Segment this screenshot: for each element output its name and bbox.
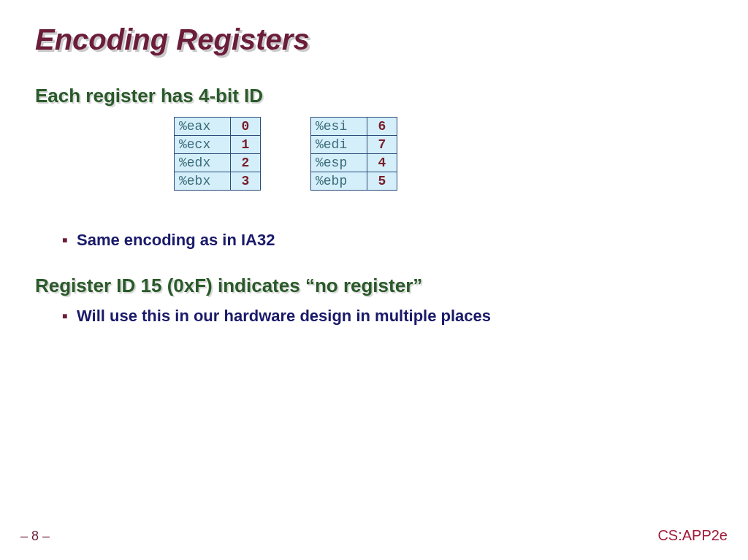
- slide-title: Encoding Registers: [35, 23, 310, 56]
- reg-id: 6: [367, 118, 397, 136]
- table-row: %ebx3: [175, 172, 261, 191]
- table-row: %ecx1: [175, 136, 261, 154]
- reg-id: 1: [231, 136, 261, 154]
- reg-name: %edi: [311, 136, 367, 154]
- register-tables: %eax0 %ecx1 %edx2 %ebx3 %esi6 %edi7 %esp…: [174, 117, 397, 191]
- reg-id: 7: [367, 136, 397, 154]
- reg-name: %eax: [175, 118, 231, 136]
- reg-name: %edx: [175, 154, 231, 172]
- reg-id: 0: [231, 118, 261, 136]
- table-row: %ebp5: [311, 172, 397, 191]
- table-row: %eax0: [175, 118, 261, 136]
- table-row: %edi7: [311, 136, 397, 154]
- bullet-1: Same encoding as in IA32: [77, 231, 275, 250]
- subheading-2: Register ID 15 (0xF) indicates “no regis…: [35, 275, 422, 297]
- bullet-2: Will use this in our hardware design in …: [77, 307, 491, 326]
- reg-id: 5: [367, 172, 397, 191]
- table-row: %esp4: [311, 154, 397, 172]
- reg-id: 4: [367, 154, 397, 172]
- reg-name: %esp: [311, 154, 367, 172]
- footer-label: CS:APP2e: [657, 527, 728, 544]
- register-table-right: %esi6 %edi7 %esp4 %ebp5: [310, 117, 397, 191]
- reg-name: %ecx: [175, 136, 231, 154]
- table-row: %edx2: [175, 154, 261, 172]
- reg-name: %esi: [311, 118, 367, 136]
- table-row: %esi6: [311, 118, 397, 136]
- reg-name: %ebp: [311, 172, 367, 191]
- register-table-left: %eax0 %ecx1 %edx2 %ebx3: [174, 117, 261, 191]
- page-number: – 8 –: [20, 529, 50, 544]
- reg-name: %ebx: [175, 172, 231, 191]
- reg-id: 3: [231, 172, 261, 191]
- subheading-1: Each register has 4-bit ID: [35, 85, 263, 107]
- reg-id: 2: [231, 154, 261, 172]
